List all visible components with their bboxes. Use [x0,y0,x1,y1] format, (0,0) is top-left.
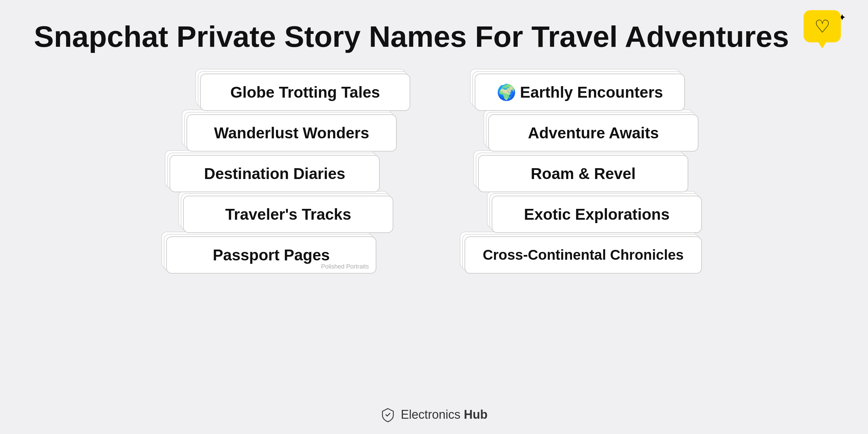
footer-brand: Electronics Electronics HubHub [401,408,488,422]
card-earthly: 🌍 Earthly Encounters [475,74,685,111]
watermark-text: Polished Portraits [321,263,369,270]
electronics-hub-logo-icon [380,407,395,422]
badge-body: ♡ [804,10,841,42]
card-continental: Cross-Continental Chronicles [465,236,702,274]
globe-emoji: 🌍 [497,83,516,101]
card-traveler: Traveler's Tracks [183,196,393,233]
list-item: Exotic Explorations [492,196,702,233]
list-item: Globe Trotting Tales [200,74,410,111]
page-title: Snapchat Private Story Names For Travel … [0,0,868,63]
list-item: Adventure Awaits [488,114,698,152]
card-globe-trotting: Globe Trotting Tales [200,74,410,111]
list-item: Passport Pages Polished Portraits [166,236,376,274]
card-wanderlust: Wanderlust Wonders [186,114,397,152]
card-destination: Destination Diaries [170,155,380,192]
card-exotic: Exotic Explorations [492,196,702,233]
list-item: 🌍 Earthly Encounters [475,74,685,111]
heart-icon: ♡ [814,16,830,37]
right-column: 🌍 Earthly Encounters Adventure Awaits Ro… [465,74,709,277]
list-item: Traveler's Tracks [183,196,393,233]
list-item: Cross-Continental Chronicles [465,236,702,274]
footer: Electronics Electronics HubHub [0,407,868,422]
logo-badge: ✦ ♡ [804,10,848,51]
card-passport: Passport Pages Polished Portraits [166,236,376,274]
content-columns: Globe Trotting Tales Wanderlust Wonders … [0,63,868,277]
card-adventure: Adventure Awaits [488,114,698,152]
list-item: Roam & Revel [478,155,688,192]
list-item: Destination Diaries [170,155,380,192]
list-item: Wanderlust Wonders [186,114,397,152]
card-roam: Roam & Revel [478,155,688,192]
left-column: Globe Trotting Tales Wanderlust Wonders … [159,74,403,277]
